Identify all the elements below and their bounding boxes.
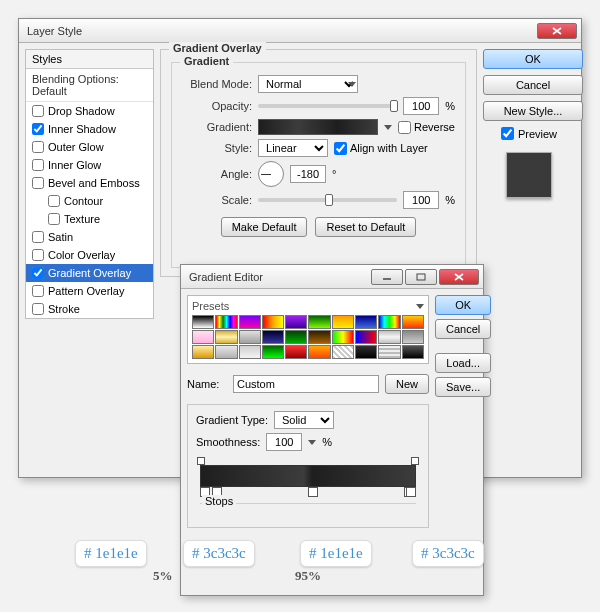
stops-label: Stops [202,495,236,507]
style-checkbox[interactable] [32,267,44,279]
style-select[interactable]: Linear [258,139,328,157]
preset-swatch[interactable] [332,330,354,344]
name-input[interactable] [233,375,379,393]
opacity-input[interactable] [403,97,439,115]
style-item-texture[interactable]: Texture [26,210,153,228]
scale-unit: % [445,194,455,206]
style-checkbox[interactable] [32,123,44,135]
style-checkbox[interactable] [32,231,44,243]
gradient-label: Gradient: [182,121,252,133]
new-style-button[interactable]: New Style... [483,101,583,121]
align-checkbox[interactable]: Align with Layer [334,142,428,155]
preset-swatch[interactable] [262,345,284,359]
style-checkbox[interactable] [32,249,44,261]
styles-header[interactable]: Styles [26,50,153,69]
preset-swatch[interactable] [215,330,237,344]
opacity-slider[interactable] [258,104,397,108]
reset-default-button[interactable]: Reset to Default [315,217,416,237]
preset-swatch[interactable] [285,345,307,359]
preset-swatch[interactable] [402,315,424,329]
preset-swatch[interactable] [239,345,261,359]
style-checkbox[interactable] [32,285,44,297]
load-button[interactable]: Load... [435,353,491,373]
ok-button[interactable]: OK [483,49,583,69]
smooth-input[interactable] [266,433,302,451]
reverse-checkbox[interactable]: Reverse [398,121,455,134]
preset-swatch[interactable] [355,345,377,359]
preset-swatch[interactable] [308,330,330,344]
style-item-inner-glow[interactable]: Inner Glow [26,156,153,174]
preset-swatch[interactable] [215,315,237,329]
style-checkbox[interactable] [32,303,44,315]
gradient-ramp[interactable] [200,465,416,487]
preset-swatch[interactable] [192,345,214,359]
preset-swatch[interactable] [332,315,354,329]
style-checkbox[interactable] [32,177,44,189]
preset-swatch[interactable] [215,345,237,359]
chevron-down-icon[interactable] [384,125,392,130]
style-item-color-overlay[interactable]: Color Overlay [26,246,153,264]
preset-swatch[interactable] [355,330,377,344]
preset-swatch[interactable] [239,315,261,329]
new-button[interactable]: New [385,374,429,394]
chevron-down-icon[interactable] [308,440,316,445]
angle-input[interactable] [290,165,326,183]
color-callout: # 1e1e1e [300,540,372,567]
preset-swatch[interactable] [332,345,354,359]
presets-menu-icon[interactable] [416,304,424,309]
maximize-icon[interactable] [405,269,437,285]
ged-titlebar[interactable]: Gradient Editor [181,265,483,289]
close-icon[interactable] [439,269,479,285]
opacity-stop[interactable] [411,457,419,465]
style-item-contour[interactable]: Contour [26,192,153,210]
blending-options[interactable]: Blending Options: Default [26,69,153,102]
style-checkbox[interactable] [48,195,60,207]
style-item-stroke[interactable]: Stroke [26,300,153,318]
style-label: Style: [182,142,252,154]
blend-mode-select[interactable]: Normal [258,75,358,93]
style-checkbox[interactable] [32,141,44,153]
angle-dial[interactable] [258,161,284,187]
preset-swatch[interactable] [285,330,307,344]
style-item-inner-shadow[interactable]: Inner Shadow [26,120,153,138]
save-button[interactable]: Save... [435,377,491,397]
style-checkbox[interactable] [48,213,60,225]
style-label: Inner Shadow [48,123,116,135]
make-default-button[interactable]: Make Default [221,217,308,237]
preset-swatch[interactable] [402,330,424,344]
style-item-outer-glow[interactable]: Outer Glow [26,138,153,156]
preview-checkbox[interactable]: Preview [483,127,575,140]
gradient-swatch[interactable] [258,119,378,135]
preset-swatch[interactable] [308,315,330,329]
ged-ok-button[interactable]: OK [435,295,491,315]
opacity-stop[interactable] [197,457,205,465]
style-item-gradient-overlay[interactable]: Gradient Overlay [26,264,153,282]
preset-swatch[interactable] [378,315,400,329]
preset-swatch[interactable] [285,315,307,329]
scale-input[interactable] [403,191,439,209]
preset-swatch[interactable] [378,330,400,344]
scale-slider[interactable] [258,198,397,202]
minimize-icon[interactable] [371,269,403,285]
preset-swatch[interactable] [308,345,330,359]
cancel-button[interactable]: Cancel [483,75,583,95]
preset-swatch[interactable] [239,330,261,344]
preset-swatch[interactable] [192,315,214,329]
close-icon[interactable] [537,23,577,39]
preset-swatch[interactable] [262,330,284,344]
preset-swatch[interactable] [192,330,214,344]
preset-swatch[interactable] [378,345,400,359]
style-checkbox[interactable] [32,159,44,171]
titlebar[interactable]: Layer Style [19,19,581,43]
preset-swatch[interactable] [402,345,424,359]
preset-swatch[interactable] [355,315,377,329]
style-item-satin[interactable]: Satin [26,228,153,246]
style-item-drop-shadow[interactable]: Drop Shadow [26,102,153,120]
style-label: Pattern Overlay [48,285,124,297]
style-checkbox[interactable] [32,105,44,117]
style-item-bevel-and-emboss[interactable]: Bevel and Emboss [26,174,153,192]
style-item-pattern-overlay[interactable]: Pattern Overlay [26,282,153,300]
type-select[interactable]: Solid [274,411,334,429]
ged-cancel-button[interactable]: Cancel [435,319,491,339]
preset-swatch[interactable] [262,315,284,329]
